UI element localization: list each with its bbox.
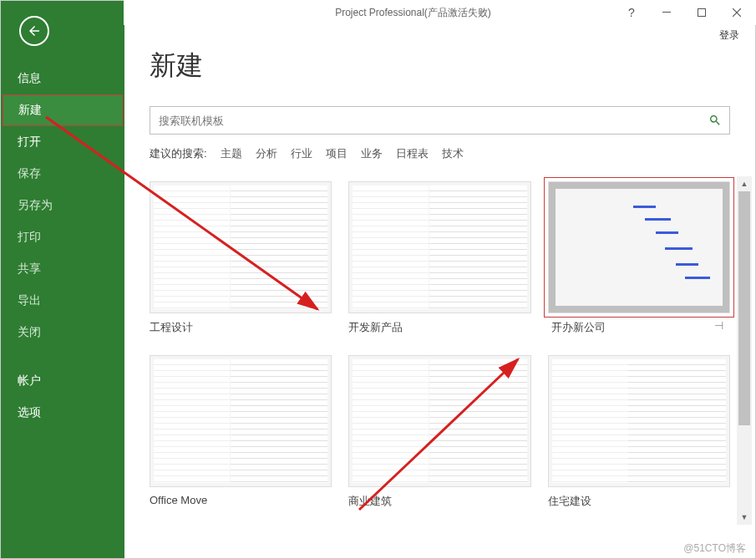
suggest-label: 建议的搜索:	[150, 146, 207, 161]
suggest-link[interactable]: 分析	[256, 146, 277, 161]
signin-link[interactable]: 登录	[719, 28, 739, 43]
scroll-track[interactable]	[737, 191, 752, 510]
suggest-link[interactable]: 主题	[221, 146, 242, 161]
watermark: @51CTO博客	[683, 541, 746, 556]
maximize-icon	[698, 8, 706, 17]
template-thumbnail	[348, 355, 530, 487]
template-label: Office Move	[150, 494, 332, 506]
nav-export[interactable]: 导出	[1, 285, 124, 317]
maximize-button[interactable]	[689, 0, 714, 25]
suggest-link[interactable]: 业务	[361, 146, 383, 161]
nav-new[interactable]: 新建	[3, 94, 123, 126]
search-button[interactable]	[701, 107, 729, 134]
template-new-company[interactable]: 开办新公司 ⊣	[548, 181, 730, 335]
pin-icon[interactable]: ⊣	[714, 319, 723, 332]
search-bar	[150, 106, 730, 135]
nav-save[interactable]: 保存	[1, 158, 124, 190]
template-label: 商业建筑	[348, 494, 530, 509]
close-button[interactable]	[724, 0, 749, 25]
suggest-link[interactable]: 日程表	[396, 146, 429, 161]
minimize-button[interactable]	[654, 0, 679, 25]
svg-rect-1	[698, 9, 706, 17]
suggested-searches: 建议的搜索: 主题 分析 行业 项目 业务 日程表 技术	[150, 146, 730, 161]
template-thumbnail	[150, 181, 332, 313]
template-thumbnail	[548, 181, 730, 313]
minimize-icon	[662, 8, 671, 17]
suggest-link[interactable]: 技术	[442, 146, 464, 161]
search-input[interactable]	[150, 108, 701, 134]
nav-close[interactable]: 关闭	[1, 317, 124, 348]
main-content: 新建 建议的搜索: 主题 分析 行业 项目 业务 日程表 技术 工程设计	[124, 1, 755, 558]
help-button[interactable]: ?	[619, 0, 644, 25]
page-title: 新建	[150, 48, 730, 84]
suggest-link[interactable]: 行业	[291, 146, 312, 161]
template-grid: 工程设计 开发新产品 开办新公司 ⊣	[150, 181, 730, 509]
close-icon	[733, 8, 741, 17]
template-label: 住宅建设	[548, 494, 730, 509]
nav-share[interactable]: 共享	[1, 253, 124, 285]
titlebar: Project Professional(产品激活失败) ?	[124, 0, 756, 25]
scroll-down-arrow[interactable]: ▼	[737, 510, 752, 525]
template-label: 开办新公司	[548, 320, 730, 335]
nav-print[interactable]: 打印	[1, 221, 124, 253]
nav-saveas[interactable]: 另存为	[1, 190, 124, 221]
window-title: Project Professional(产品激活失败)	[207, 6, 619, 20]
scroll-thumb[interactable]	[738, 191, 750, 425]
nav-info[interactable]: 信息	[1, 63, 124, 94]
template-thumbnail	[548, 355, 730, 487]
vertical-scrollbar[interactable]: ▲ ▼	[737, 176, 752, 525]
nav-open[interactable]: 打开	[1, 126, 124, 158]
back-arrow-icon	[27, 23, 42, 38]
sidebar: 信息 新建 打开 保存 另存为 打印 共享 导出 关闭 帐户 选项	[1, 1, 124, 558]
back-button[interactable]	[19, 16, 49, 46]
template-thumbnail	[150, 355, 332, 487]
svg-rect-0	[662, 12, 671, 13]
template-label: 开发新产品	[348, 320, 530, 335]
template-thumbnail	[348, 181, 530, 313]
template-new-product[interactable]: 开发新产品	[348, 181, 530, 335]
template-residential-construction[interactable]: 住宅建设	[548, 355, 730, 509]
template-commercial-building[interactable]: 商业建筑	[348, 355, 530, 509]
search-icon	[708, 114, 722, 127]
scroll-up-arrow[interactable]: ▲	[737, 176, 752, 191]
nav-options[interactable]: 选项	[1, 397, 124, 429]
suggest-link[interactable]: 项目	[326, 146, 348, 161]
template-engineering[interactable]: 工程设计	[150, 181, 332, 335]
template-label: 工程设计	[150, 320, 332, 335]
nav-account[interactable]: 帐户	[1, 365, 124, 397]
template-office-move[interactable]: Office Move	[150, 355, 332, 509]
